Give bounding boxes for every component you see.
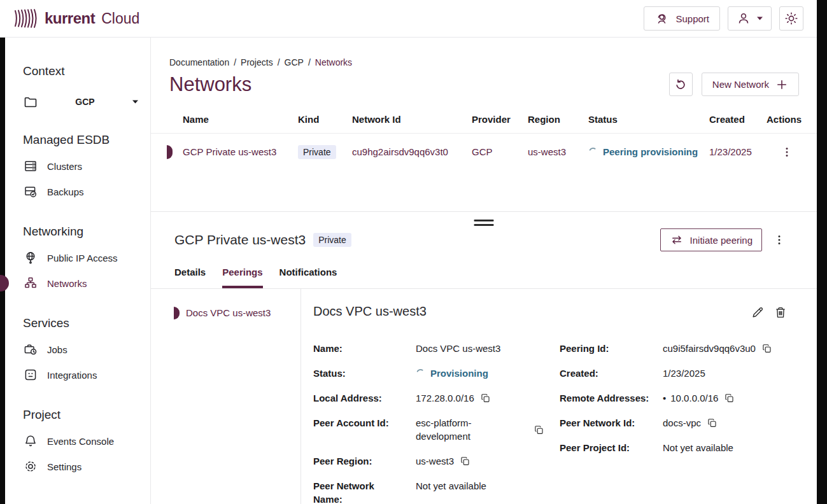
- user-menu-button[interactable]: [728, 6, 772, 31]
- brand-suffix: Cloud: [101, 10, 139, 27]
- support-button[interactable]: Support: [644, 6, 720, 31]
- folder-icon: [23, 94, 38, 109]
- sidebar-item-clusters[interactable]: Clusters: [23, 153, 150, 179]
- kind-badge: Private: [298, 145, 336, 159]
- col-status[interactable]: Status: [588, 114, 709, 125]
- sidebar-item-public-ip-access[interactable]: Public IP Access: [23, 245, 150, 270]
- gear-icon: [23, 459, 38, 474]
- theme-toggle-button[interactable]: [779, 6, 803, 31]
- peering-list: Docs VPC us-west3: [151, 289, 300, 504]
- field-name: Name: Docs VPC us-west3: [313, 342, 544, 355]
- panel-splitter[interactable]: [151, 211, 817, 212]
- field-local-address: Local Address: 172.28.0.0/16: [313, 391, 544, 405]
- col-region[interactable]: Region: [528, 114, 588, 125]
- cell-network-id: cu9hg2airsdv9qq6v3t0: [352, 146, 472, 157]
- spinner-icon: [588, 147, 598, 157]
- context-value: GCP: [75, 97, 94, 107]
- detail-tabs: Details Peerings Notifications: [151, 267, 817, 289]
- trash-icon: [774, 305, 788, 319]
- headset-icon: [654, 11, 669, 26]
- col-name[interactable]: Name: [183, 114, 298, 125]
- clusters-icon: [23, 158, 38, 174]
- copy-icon[interactable]: [534, 424, 544, 435]
- peering-list-item-label: Docs VPC us-west3: [186, 307, 271, 318]
- top-bar: kurrent Cloud Support: [0, 0, 817, 38]
- copy-icon[interactable]: [761, 343, 772, 354]
- breadcrumb-documentation[interactable]: Documentation: [169, 57, 229, 67]
- support-label: Support: [675, 13, 709, 24]
- copy-icon[interactable]: [724, 393, 735, 403]
- copy-icon[interactable]: [460, 456, 470, 466]
- breadcrumb-projects[interactable]: Projects: [241, 57, 273, 67]
- sidebar-item-jobs[interactable]: Jobs: [23, 337, 150, 362]
- field-peer-network-name: Peer Network Name: Not yet available: [313, 479, 544, 504]
- breadcrumb-current: Networks: [315, 57, 352, 67]
- brand-logo[interactable]: kurrent Cloud: [13, 8, 139, 29]
- bell-icon: [23, 433, 38, 449]
- main-content: Documentation/Projects/GCP/Networks Netw…: [151, 38, 817, 504]
- cell-region: us-west3: [528, 146, 588, 157]
- copy-icon[interactable]: [707, 417, 717, 428]
- field-peer-network-id: Peer Network Id: docs-vpc: [560, 416, 789, 430]
- detail-kind-badge: Private: [313, 233, 351, 247]
- col-created[interactable]: Created: [709, 114, 767, 125]
- field-created: Created: 1/23/2025: [560, 367, 789, 380]
- copy-icon[interactable]: [480, 393, 491, 403]
- sidebar: Context GCP Managed ESDB Clusters: [5, 38, 151, 504]
- peering-title: Docs VPC us-west3: [313, 304, 427, 319]
- peering-list-item[interactable]: Docs VPC us-west3: [151, 307, 300, 318]
- page-title: Networks: [169, 73, 251, 96]
- jobs-icon: [23, 342, 38, 357]
- tab-notifications[interactable]: Notifications: [279, 267, 337, 288]
- sidebar-item-label: Events Console: [47, 436, 114, 447]
- tab-peerings[interactable]: Peerings: [222, 267, 262, 288]
- caret-down-icon: [756, 16, 763, 21]
- sidebar-heading-services: Services: [23, 316, 150, 330]
- breadcrumb-gcp[interactable]: GCP: [285, 57, 304, 67]
- detail-actions-menu-button[interactable]: [770, 230, 789, 249]
- field-peer-region: Peer Region: us-west3: [313, 454, 544, 468]
- selected-row-marker: [167, 145, 173, 159]
- initiate-peering-button[interactable]: Initiate peering: [660, 228, 762, 251]
- sidebar-heading-networking: Networking: [23, 225, 150, 239]
- active-item-marker: [0, 275, 9, 291]
- brand-name: kurrent: [45, 10, 95, 27]
- cell-provider: GCP: [472, 146, 528, 157]
- sidebar-heading-context: Context: [23, 64, 150, 78]
- sidebar-item-networks[interactable]: Networks: [23, 270, 150, 296]
- kurrent-logo-icon: [13, 8, 39, 29]
- swap-icon: [670, 233, 684, 247]
- col-provider[interactable]: Provider: [472, 114, 528, 125]
- refresh-button[interactable]: [669, 73, 693, 96]
- delete-peering-button[interactable]: [772, 304, 789, 323]
- context-selector[interactable]: GCP: [23, 91, 139, 113]
- status-badge: Peering provisioning: [588, 146, 709, 157]
- edit-peering-button[interactable]: [749, 304, 766, 323]
- refresh-icon: [674, 78, 688, 92]
- col-actions: Actions: [767, 114, 807, 125]
- sidebar-item-label: Clusters: [47, 161, 82, 172]
- plus-icon: [775, 78, 788, 91]
- peering-status-badge: Provisioning: [416, 367, 544, 380]
- kebab-icon: [781, 146, 793, 158]
- drag-handle-icon[interactable]: [474, 220, 494, 226]
- table-row[interactable]: GCP Private us-west3 Private cu9hg2airsd…: [151, 134, 817, 170]
- new-network-button[interactable]: New Network: [702, 73, 799, 96]
- col-network-id[interactable]: Network Id: [352, 114, 472, 125]
- field-peer-project-id: Peer Project Id: Not yet available: [560, 441, 789, 454]
- integrations-icon: [23, 367, 38, 382]
- tab-details[interactable]: Details: [174, 267, 206, 288]
- field-peering-id: Peering Id: cu9i5fairsdv9qq6v3u0: [560, 342, 789, 355]
- sidebar-item-events-console[interactable]: Events Console: [23, 428, 150, 454]
- cell-name: GCP Private us-west3: [183, 146, 298, 157]
- sidebar-item-label: Networks: [47, 278, 87, 289]
- sidebar-item-integrations[interactable]: Integrations: [23, 362, 150, 388]
- sidebar-item-settings[interactable]: Settings: [23, 454, 150, 479]
- col-kind[interactable]: Kind: [298, 114, 352, 125]
- window-edge-right: [817, 0, 827, 504]
- network-icon: [23, 276, 38, 291]
- sidebar-item-backups[interactable]: Backups: [23, 179, 150, 204]
- row-actions-menu-button[interactable]: [777, 143, 796, 162]
- network-detail-panel: GCP Private us-west3 Private Initiate pe…: [151, 212, 817, 504]
- initiate-peering-label: Initiate peering: [690, 235, 753, 246]
